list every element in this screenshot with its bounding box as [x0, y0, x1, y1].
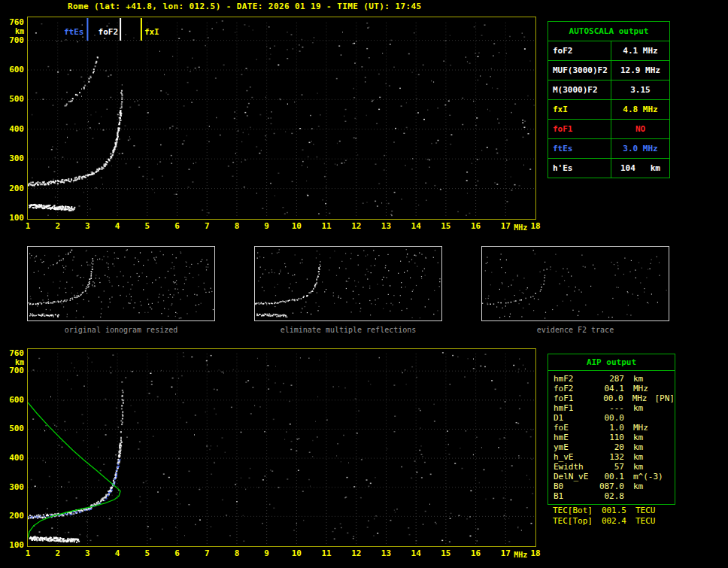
aip-param-value: 132	[596, 452, 624, 462]
x-tick-label: 16	[468, 222, 484, 230]
autoscala-table-row: h'Es104 km	[548, 158, 669, 178]
x-axis-unit-label: MHz	[514, 224, 527, 232]
x-tick-label: 13	[378, 549, 394, 557]
x-tick-label: 16	[468, 549, 484, 557]
tec-lines: TEC[Bot]001.5TECUTEC[Top]002.4TECU	[548, 506, 675, 526]
x-axis-unit-label: MHz	[514, 551, 527, 559]
aip-param-name: hmE	[554, 433, 596, 442]
aip-line: DelN_vE00.1m^(-3)	[548, 472, 675, 481]
aip-line: hmF1---km	[548, 403, 675, 413]
aip-param-name: TEC[Bot]	[553, 506, 598, 515]
x-tick-label: 12	[348, 549, 365, 557]
aip-param-unit: TECU	[635, 506, 656, 515]
autoscala-table-header: AUTOSCALA output	[548, 22, 669, 41]
aip-param-unit: km	[633, 374, 643, 384]
aip-param-unit: MHz	[632, 393, 648, 403]
aip-line: foF100.0MHz[PN]	[548, 393, 675, 403]
aip-param-value: 1.0	[596, 423, 624, 433]
aip-param-name: foE	[554, 423, 596, 433]
aip-line: Ewidth57km	[548, 462, 675, 472]
aip-line: foE1.0MHz	[548, 423, 675, 433]
param-name: h'Es	[548, 159, 611, 178]
y-tick-label: 700	[2, 36, 24, 44]
aip-param-value: 00.0	[595, 393, 623, 403]
aip-line: hmF2287km	[548, 374, 675, 384]
x-tick-label: 10	[288, 549, 305, 557]
y-tick-label: 700	[2, 366, 24, 375]
fof2-marker-label: foF2	[96, 27, 118, 37]
ftes-marker-label: ftEs	[62, 27, 83, 37]
ionogram-panel-profile	[27, 348, 536, 547]
autoscala-table-row: MUF(3000)F212.9 MHz	[548, 60, 669, 80]
x-tick-label: 10	[288, 222, 305, 230]
aip-param-name: hmF2	[554, 374, 596, 384]
aip-param-unit: MHz	[633, 384, 648, 393]
x-tick-label: 2	[50, 549, 66, 557]
aip-param-value: 002.4	[598, 516, 626, 526]
window-title: Rome (lat: +41.8, lon: 012.5) - DATE: 20…	[68, 2, 422, 11]
x-tick-label: 4	[109, 222, 126, 230]
y-tick-label: 200	[2, 184, 24, 193]
tec-line: TEC[Bot]001.5TECU	[548, 506, 675, 515]
thumbnail-plot-f2	[482, 247, 669, 320]
thumbnail-plot-filtered	[255, 247, 441, 320]
aip-param-value: 001.5	[598, 506, 626, 515]
aip-param-unit: TECU	[635, 516, 656, 526]
ionogram-plot-main	[28, 17, 535, 219]
x-tick-label: 5	[139, 222, 156, 230]
y-tick-label: 500	[2, 95, 24, 103]
aip-param-value: 00.1	[596, 472, 624, 481]
param-name: fxI	[548, 100, 611, 119]
y-tick-label: 600	[2, 396, 24, 404]
x-tick-label: 8	[229, 549, 245, 557]
thumbnail-caption: eliminate multiple reflections	[253, 326, 443, 334]
x-tick-label: 11	[318, 549, 335, 557]
ionogram-plot-profile	[28, 349, 535, 546]
aip-param-unit: m^(-3)	[633, 472, 663, 481]
x-tick-label: 17	[497, 222, 514, 230]
x-tick-label: 18	[527, 549, 544, 557]
aip-box-frame: AIP output hmF2287kmfoF204.1MHzfoF100.0M…	[548, 354, 675, 505]
aip-line: ymE20km	[548, 442, 675, 452]
x-tick-label: 6	[169, 222, 186, 230]
aip-param-name: B1	[554, 491, 596, 501]
aip-param-value: 087.0	[596, 481, 624, 491]
aip-param-unit: km	[633, 452, 643, 462]
aip-param-unit: MHz	[633, 423, 648, 433]
x-tick-label: 3	[79, 222, 96, 230]
aip-param-name: Ewidth	[554, 462, 596, 472]
aip-line: h_vE132km	[548, 452, 675, 462]
aip-param-unit: km	[633, 433, 643, 442]
aip-param-name: TEC[Top]	[553, 516, 598, 526]
aip-line: hmE110km	[548, 433, 675, 442]
x-tick-label: 1	[20, 222, 36, 230]
aip-param-name: B0	[554, 481, 596, 491]
autoscala-table-row: M(3000)F23.15	[548, 80, 669, 99]
param-name: M(3000)F2	[548, 80, 611, 99]
x-tick-label: 3	[79, 549, 96, 557]
y-tick-label: 300	[2, 154, 24, 163]
y-tick-label: 500	[2, 424, 24, 433]
param-name: foF2	[548, 41, 611, 60]
thumbnail-caption: original ionogram resized	[26, 326, 216, 334]
y-axis-unit-label: km	[2, 28, 24, 35]
autoscala-table-rows: foF24.1 MHzMUF(3000)F212.9 MHzM(3000)F23…	[548, 41, 669, 178]
param-value: NO	[611, 120, 669, 138]
param-value: 3.15	[611, 80, 669, 99]
x-tick-label: 7	[199, 222, 215, 230]
y-tick-label: 400	[2, 454, 24, 462]
aip-param-unit: km	[633, 442, 643, 452]
x-tick-label: 9	[259, 222, 275, 230]
x-tick-label: 14	[408, 549, 424, 557]
y-tick-label: 100	[2, 541, 24, 549]
aip-param-name: h_vE	[554, 452, 596, 462]
aip-param-value: 20	[596, 442, 624, 452]
param-name: foF1	[548, 120, 611, 138]
x-tick-label: 4	[109, 549, 126, 557]
x-tick-label: 15	[438, 549, 454, 557]
aip-param-value: ---	[596, 403, 624, 413]
x-tick-label: 11	[318, 222, 335, 230]
y-tick-label: 600	[2, 65, 24, 74]
autoscala-output-table: AUTOSCALA output foF24.1 MHzMUF(3000)F21…	[548, 21, 670, 178]
tec-line: TEC[Top]002.4TECU	[548, 516, 675, 526]
